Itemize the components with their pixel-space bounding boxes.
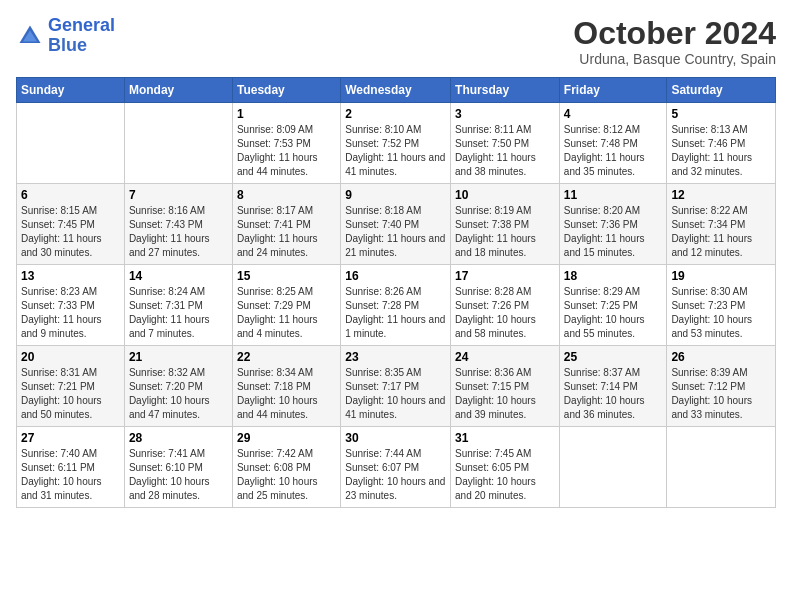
logo-icon [16,22,44,50]
day-detail: Sunrise: 7:45 AMSunset: 6:05 PMDaylight:… [455,447,555,503]
day-number: 3 [455,107,555,121]
location: Urduna, Basque Country, Spain [573,51,776,67]
day-detail: Sunrise: 8:09 AMSunset: 7:53 PMDaylight:… [237,123,336,179]
day-number: 29 [237,431,336,445]
calendar-cell: 22Sunrise: 8:34 AMSunset: 7:18 PMDayligh… [232,346,340,427]
calendar-cell: 23Sunrise: 8:35 AMSunset: 7:17 PMDayligh… [341,346,451,427]
page-container: General Blue October 2024 Urduna, Basque… [0,0,792,518]
logo-blue: Blue [48,35,87,55]
day-number: 31 [455,431,555,445]
day-detail: Sunrise: 8:22 AMSunset: 7:34 PMDaylight:… [671,204,771,260]
day-detail: Sunrise: 8:31 AMSunset: 7:21 PMDaylight:… [21,366,120,422]
week-row-2: 6Sunrise: 8:15 AMSunset: 7:45 PMDaylight… [17,184,776,265]
calendar-cell: 4Sunrise: 8:12 AMSunset: 7:48 PMDaylight… [559,103,667,184]
day-number: 10 [455,188,555,202]
week-row-3: 13Sunrise: 8:23 AMSunset: 7:33 PMDayligh… [17,265,776,346]
week-row-5: 27Sunrise: 7:40 AMSunset: 6:11 PMDayligh… [17,427,776,508]
month-title: October 2024 [573,16,776,51]
calendar-cell: 1Sunrise: 8:09 AMSunset: 7:53 PMDaylight… [232,103,340,184]
calendar-cell: 15Sunrise: 8:25 AMSunset: 7:29 PMDayligh… [232,265,340,346]
day-number: 13 [21,269,120,283]
day-number: 19 [671,269,771,283]
calendar-cell: 29Sunrise: 7:42 AMSunset: 6:08 PMDayligh… [232,427,340,508]
day-number: 16 [345,269,446,283]
day-number: 8 [237,188,336,202]
day-detail: Sunrise: 8:32 AMSunset: 7:20 PMDaylight:… [129,366,228,422]
header: General Blue October 2024 Urduna, Basque… [16,16,776,67]
day-detail: Sunrise: 8:11 AMSunset: 7:50 PMDaylight:… [455,123,555,179]
calendar-cell: 12Sunrise: 8:22 AMSunset: 7:34 PMDayligh… [667,184,776,265]
calendar-cell: 18Sunrise: 8:29 AMSunset: 7:25 PMDayligh… [559,265,667,346]
day-number: 20 [21,350,120,364]
day-detail: Sunrise: 8:12 AMSunset: 7:48 PMDaylight:… [564,123,663,179]
day-number: 18 [564,269,663,283]
day-detail: Sunrise: 8:36 AMSunset: 7:15 PMDaylight:… [455,366,555,422]
day-number: 22 [237,350,336,364]
day-detail: Sunrise: 8:15 AMSunset: 7:45 PMDaylight:… [21,204,120,260]
logo: General Blue [16,16,115,56]
day-detail: Sunrise: 8:20 AMSunset: 7:36 PMDaylight:… [564,204,663,260]
day-number: 30 [345,431,446,445]
calendar-cell: 3Sunrise: 8:11 AMSunset: 7:50 PMDaylight… [451,103,560,184]
col-monday: Monday [124,78,232,103]
calendar-cell: 30Sunrise: 7:44 AMSunset: 6:07 PMDayligh… [341,427,451,508]
day-detail: Sunrise: 8:26 AMSunset: 7:28 PMDaylight:… [345,285,446,341]
day-number: 21 [129,350,228,364]
col-saturday: Saturday [667,78,776,103]
day-number: 5 [671,107,771,121]
calendar-cell: 28Sunrise: 7:41 AMSunset: 6:10 PMDayligh… [124,427,232,508]
calendar-cell [17,103,125,184]
calendar-cell: 31Sunrise: 7:45 AMSunset: 6:05 PMDayligh… [451,427,560,508]
col-wednesday: Wednesday [341,78,451,103]
day-detail: Sunrise: 8:34 AMSunset: 7:18 PMDaylight:… [237,366,336,422]
day-number: 9 [345,188,446,202]
day-number: 23 [345,350,446,364]
day-number: 1 [237,107,336,121]
day-detail: Sunrise: 8:39 AMSunset: 7:12 PMDaylight:… [671,366,771,422]
col-friday: Friday [559,78,667,103]
day-number: 27 [21,431,120,445]
day-detail: Sunrise: 8:23 AMSunset: 7:33 PMDaylight:… [21,285,120,341]
calendar-cell: 2Sunrise: 8:10 AMSunset: 7:52 PMDaylight… [341,103,451,184]
day-detail: Sunrise: 8:28 AMSunset: 7:26 PMDaylight:… [455,285,555,341]
week-row-1: 1Sunrise: 8:09 AMSunset: 7:53 PMDaylight… [17,103,776,184]
day-number: 2 [345,107,446,121]
calendar-cell: 14Sunrise: 8:24 AMSunset: 7:31 PMDayligh… [124,265,232,346]
day-number: 7 [129,188,228,202]
day-detail: Sunrise: 8:16 AMSunset: 7:43 PMDaylight:… [129,204,228,260]
calendar-cell: 27Sunrise: 7:40 AMSunset: 6:11 PMDayligh… [17,427,125,508]
day-detail: Sunrise: 8:25 AMSunset: 7:29 PMDaylight:… [237,285,336,341]
calendar-cell: 9Sunrise: 8:18 AMSunset: 7:40 PMDaylight… [341,184,451,265]
title-area: October 2024 Urduna, Basque Country, Spa… [573,16,776,67]
day-detail: Sunrise: 7:44 AMSunset: 6:07 PMDaylight:… [345,447,446,503]
header-row: Sunday Monday Tuesday Wednesday Thursday… [17,78,776,103]
calendar-cell: 6Sunrise: 8:15 AMSunset: 7:45 PMDaylight… [17,184,125,265]
calendar-cell: 20Sunrise: 8:31 AMSunset: 7:21 PMDayligh… [17,346,125,427]
day-number: 6 [21,188,120,202]
calendar-cell: 19Sunrise: 8:30 AMSunset: 7:23 PMDayligh… [667,265,776,346]
calendar-cell: 13Sunrise: 8:23 AMSunset: 7:33 PMDayligh… [17,265,125,346]
day-number: 28 [129,431,228,445]
day-detail: Sunrise: 8:35 AMSunset: 7:17 PMDaylight:… [345,366,446,422]
logo-text: General Blue [48,16,115,56]
calendar-table: Sunday Monday Tuesday Wednesday Thursday… [16,77,776,508]
day-detail: Sunrise: 7:40 AMSunset: 6:11 PMDaylight:… [21,447,120,503]
day-number: 26 [671,350,771,364]
day-detail: Sunrise: 8:13 AMSunset: 7:46 PMDaylight:… [671,123,771,179]
calendar-cell: 5Sunrise: 8:13 AMSunset: 7:46 PMDaylight… [667,103,776,184]
day-number: 17 [455,269,555,283]
col-sunday: Sunday [17,78,125,103]
calendar-cell: 10Sunrise: 8:19 AMSunset: 7:38 PMDayligh… [451,184,560,265]
day-detail: Sunrise: 8:29 AMSunset: 7:25 PMDaylight:… [564,285,663,341]
calendar-cell: 8Sunrise: 8:17 AMSunset: 7:41 PMDaylight… [232,184,340,265]
day-detail: Sunrise: 8:19 AMSunset: 7:38 PMDaylight:… [455,204,555,260]
day-detail: Sunrise: 8:17 AMSunset: 7:41 PMDaylight:… [237,204,336,260]
day-detail: Sunrise: 7:41 AMSunset: 6:10 PMDaylight:… [129,447,228,503]
col-thursday: Thursday [451,78,560,103]
calendar-cell [667,427,776,508]
day-number: 14 [129,269,228,283]
day-detail: Sunrise: 8:37 AMSunset: 7:14 PMDaylight:… [564,366,663,422]
day-detail: Sunrise: 8:18 AMSunset: 7:40 PMDaylight:… [345,204,446,260]
day-detail: Sunrise: 8:30 AMSunset: 7:23 PMDaylight:… [671,285,771,341]
day-number: 25 [564,350,663,364]
